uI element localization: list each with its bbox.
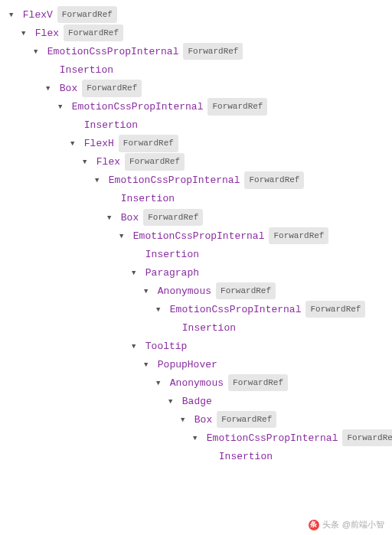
chevron-down-icon[interactable]: ▼ bbox=[58, 101, 66, 114]
component-name[interactable]: EmotionCssPropInternal bbox=[72, 101, 204, 113]
forwardref-badge: ForwardRef bbox=[244, 171, 304, 188]
chevron-down-icon[interactable]: ▼ bbox=[144, 285, 152, 298]
component-tree: ▼ FlexVForwardRef▼ FlexForwardRef▼ Emoti… bbox=[3, 6, 389, 466]
tree-node[interactable]: ▼ EmotionCssPropInternalForwardRef bbox=[3, 227, 389, 246]
tree-node[interactable]: ▼ BoxForwardRef bbox=[3, 209, 389, 227]
component-name[interactable]: EmotionCssPropInternal bbox=[170, 304, 302, 315]
tree-node[interactable]: ▼ FlexVForwardRef bbox=[3, 6, 389, 24]
tree-node[interactable]: ▼ EmotionCssPropInternalForwardRef bbox=[3, 171, 389, 190]
forwardref-badge: ForwardRef bbox=[342, 429, 392, 446]
component-name[interactable]: EmotionCssPropInternal bbox=[109, 175, 240, 186]
component-name[interactable]: Anonymous bbox=[170, 377, 224, 389]
chevron-down-icon[interactable]: ▼ bbox=[132, 267, 139, 280]
tree-node[interactable]: ▼ Insertion bbox=[3, 61, 389, 80]
chevron-down-icon[interactable]: ▼ bbox=[193, 432, 201, 445]
tree-node[interactable]: ▼ EmotionCssPropInternalForwardRef bbox=[3, 43, 389, 61]
watermark: 条 头条 @前端小智 bbox=[309, 519, 384, 530]
tree-node[interactable]: ▼ Insertion bbox=[3, 190, 389, 208]
tree-node[interactable]: ▼ Badge bbox=[3, 393, 389, 411]
chevron-down-icon[interactable]: ▼ bbox=[132, 341, 139, 354]
chevron-down-icon[interactable]: ▼ bbox=[9, 9, 17, 22]
forwardref-badge: ForwardRef bbox=[143, 209, 203, 226]
component-name[interactable]: Tooltip bbox=[145, 341, 188, 352]
component-name[interactable]: EmotionCssPropInternal bbox=[47, 46, 179, 57]
tree-node[interactable]: ▼ AnonymousForwardRef bbox=[3, 282, 389, 301]
component-name[interactable]: Box bbox=[194, 414, 212, 426]
tree-node[interactable]: ▼ PopupHover bbox=[3, 356, 389, 374]
forwardref-badge: ForwardRef bbox=[269, 227, 328, 244]
chevron-down-icon[interactable]: ▼ bbox=[156, 304, 164, 317]
component-name[interactable]: Anonymous bbox=[158, 285, 211, 297]
tree-node[interactable]: ▼ EmotionCssPropInternalForwardRef bbox=[3, 98, 389, 116]
component-name[interactable]: Box bbox=[121, 212, 139, 223]
component-name[interactable]: Flex bbox=[35, 28, 59, 39]
component-name[interactable]: Paragraph bbox=[145, 267, 199, 279]
tree-node[interactable]: ▼ FlexForwardRef bbox=[3, 153, 389, 171]
component-name[interactable]: Insertion bbox=[182, 322, 236, 334]
chevron-down-icon[interactable]: ▼ bbox=[107, 212, 115, 225]
forwardref-badge: ForwardRef bbox=[216, 282, 276, 299]
tree-node[interactable]: ▼ BoxForwardRef bbox=[3, 411, 389, 429]
tree-node[interactable]: ▼ AnonymousForwardRef bbox=[3, 374, 389, 393]
chevron-down-icon[interactable]: ▼ bbox=[46, 83, 54, 96]
chevron-down-icon[interactable]: ▼ bbox=[156, 377, 164, 390]
component-name[interactable]: Insertion bbox=[219, 451, 273, 462]
chevron-down-icon[interactable]: ▼ bbox=[70, 138, 78, 151]
component-name[interactable]: Insertion bbox=[121, 193, 175, 204]
tree-node[interactable]: ▼ FlexForwardRef bbox=[3, 24, 389, 43]
tree-node[interactable]: ▼ EmotionCssPropInternalForwardRef bbox=[3, 301, 389, 319]
forwardref-badge: ForwardRef bbox=[217, 411, 276, 428]
chevron-down-icon[interactable]: ▼ bbox=[181, 414, 188, 427]
forwardref-badge: ForwardRef bbox=[119, 135, 178, 152]
tree-node[interactable]: ▼ Tooltip bbox=[3, 338, 389, 356]
forwardref-badge: ForwardRef bbox=[82, 80, 142, 96]
forwardref-badge: ForwardRef bbox=[57, 6, 117, 23]
tree-node[interactable]: ▼ BoxForwardRef bbox=[3, 80, 389, 98]
forwardref-badge: ForwardRef bbox=[64, 24, 123, 41]
component-name[interactable]: Insertion bbox=[84, 119, 138, 131]
chevron-down-icon[interactable]: ▼ bbox=[119, 230, 127, 243]
chevron-down-icon[interactable]: ▼ bbox=[168, 396, 176, 409]
tree-node[interactable]: ▼ Insertion bbox=[3, 448, 389, 466]
tree-node[interactable]: ▼ EmotionCssPropInternalForwardRef bbox=[3, 429, 389, 448]
tree-node[interactable]: ▼ Paragraph bbox=[3, 264, 389, 282]
component-name[interactable]: FlexH bbox=[84, 138, 114, 149]
forwardref-badge: ForwardRef bbox=[228, 374, 288, 391]
component-name[interactable]: Flex bbox=[96, 156, 120, 168]
chevron-down-icon[interactable]: ▼ bbox=[21, 28, 29, 41]
component-name[interactable]: EmotionCssPropInternal bbox=[207, 432, 338, 444]
component-name[interactable]: PopupHover bbox=[158, 359, 217, 370]
component-name[interactable]: Box bbox=[60, 83, 77, 94]
chevron-down-icon[interactable]: ▼ bbox=[34, 46, 41, 59]
chevron-down-icon[interactable]: ▼ bbox=[144, 359, 152, 372]
chevron-down-icon[interactable]: ▼ bbox=[95, 175, 103, 188]
component-name[interactable]: EmotionCssPropInternal bbox=[133, 230, 265, 242]
component-name[interactable]: Insertion bbox=[60, 64, 113, 76]
tree-node[interactable]: ▼ Insertion bbox=[3, 319, 389, 338]
component-name[interactable]: Badge bbox=[182, 396, 212, 407]
component-name[interactable]: Insertion bbox=[145, 249, 199, 260]
tree-node[interactable]: ▼ Insertion bbox=[3, 116, 389, 135]
tree-node[interactable]: ▼ Insertion bbox=[3, 246, 389, 264]
watermark-prefix: 头条 bbox=[322, 519, 339, 530]
forwardref-badge: ForwardRef bbox=[207, 98, 267, 115]
forwardref-badge: ForwardRef bbox=[183, 43, 243, 60]
tree-node[interactable]: ▼ FlexHForwardRef bbox=[3, 135, 389, 153]
component-name[interactable]: FlexV bbox=[23, 9, 53, 21]
watermark-handle: @前端小智 bbox=[342, 519, 384, 530]
watermark-icon: 条 bbox=[309, 520, 319, 530]
forwardref-badge: ForwardRef bbox=[125, 153, 185, 170]
chevron-down-icon[interactable]: ▼ bbox=[83, 156, 90, 169]
forwardref-badge: ForwardRef bbox=[305, 301, 365, 318]
